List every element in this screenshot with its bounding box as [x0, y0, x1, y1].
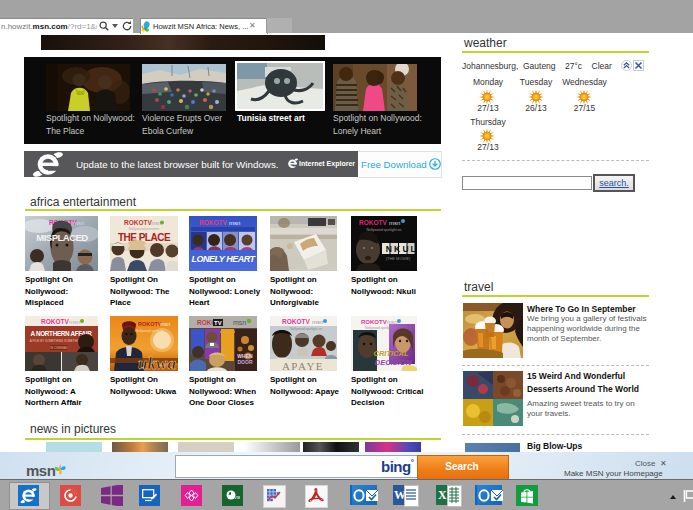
svg-text:msn: msn	[73, 220, 84, 226]
svg-text:VIBE: VIBE	[234, 495, 240, 500]
svg-text:U: U	[403, 244, 409, 254]
svg-text:DOOR: DOOR	[238, 359, 253, 365]
svg-text:ROKOTV: ROKOTV	[359, 219, 387, 226]
svg-text:msn: msn	[69, 319, 80, 325]
svg-text:ROKOTV: ROKOTV	[138, 321, 162, 327]
svg-text:N: N	[386, 244, 392, 254]
svg-text:L: L	[411, 244, 416, 254]
svg-text:K: K	[394, 244, 401, 254]
svg-text:TV: TV	[214, 320, 222, 326]
svg-text:msn: msn	[229, 220, 240, 226]
svg-text:Nollywood spotlight on: Nollywood spotlight on	[366, 228, 401, 232]
svg-text:ROKOTV: ROKOTV	[199, 219, 227, 226]
svg-text:ukwa: ukwa	[138, 354, 176, 371]
svg-text:IN CINEMAS: IN CINEMAS	[50, 346, 68, 350]
svg-text:Nollywood spotlight on: Nollywood spotlight on	[290, 327, 322, 331]
svg-text:msn: msn	[312, 319, 323, 325]
svg-text:LONELY HEART: LONELY HEART	[191, 254, 256, 264]
svg-text:CRITICAL: CRITICAL	[374, 349, 409, 358]
svg-text:ROKOTV: ROKOTV	[41, 318, 69, 325]
svg-text:msn: msn	[160, 321, 170, 327]
svg-text:MISPLACED: MISPLACED	[36, 232, 88, 243]
svg-text:Nollywood presents: Nollywood presents	[129, 227, 160, 231]
svg-text:APAYE: APAYE	[282, 360, 324, 372]
svg-text:msn: msn	[389, 220, 400, 226]
svg-text:ROKOTV: ROKOTV	[361, 319, 387, 325]
svg-text:msn: msn	[233, 319, 246, 326]
svg-text:msn: msn	[150, 220, 161, 226]
svg-text:ROKOTV: ROKOTV	[282, 318, 310, 325]
svg-text:A FILM BY SOMETHING SOMETHING: A FILM BY SOMETHING SOMETHING	[30, 339, 83, 343]
svg-text:ROKOTV: ROKOTV	[124, 219, 152, 226]
svg-text:(THE MOVIE): (THE MOVIE)	[386, 256, 411, 261]
